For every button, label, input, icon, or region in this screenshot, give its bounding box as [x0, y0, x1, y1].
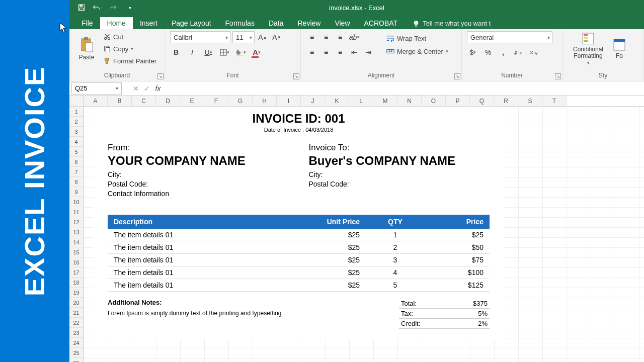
column-header[interactable]: J: [301, 96, 325, 106]
name-box[interactable]: Q25: [71, 82, 122, 95]
table-cell[interactable]: $25: [425, 229, 490, 241]
table-cell[interactable]: $125: [425, 279, 490, 291]
row-header[interactable]: 7: [69, 167, 83, 177]
tab-data[interactable]: Data: [262, 17, 291, 29]
row-header[interactable]: 3: [69, 127, 83, 137]
column-header[interactable]: L: [349, 96, 373, 106]
merge-center-button[interactable]: Merge & Center: [383, 46, 451, 57]
row-header[interactable]: 16: [69, 257, 83, 267]
column-header[interactable]: K: [325, 96, 349, 106]
column-header[interactable]: B: [108, 96, 132, 106]
tab-page-layout[interactable]: Page Layout: [165, 17, 218, 29]
percent-format-button[interactable]: %: [482, 46, 494, 58]
row-header[interactable]: 20: [69, 298, 83, 308]
fill-color-button[interactable]: [234, 46, 247, 58]
column-header[interactable]: G: [228, 96, 253, 106]
table-cell[interactable]: The item details 01: [108, 229, 266, 241]
font-dialog-launcher[interactable]: [293, 73, 299, 79]
row-header[interactable]: 2: [69, 117, 83, 127]
row-header[interactable]: 24: [69, 338, 83, 348]
enter-formula-icon[interactable]: ✓: [141, 84, 152, 93]
tab-file[interactable]: File: [74, 17, 100, 29]
wrap-text-button[interactable]: Wrap Text: [383, 33, 451, 44]
table-cell[interactable]: $25: [266, 266, 366, 279]
increase-decimal-icon[interactable]: .0.00: [512, 46, 524, 58]
row-header[interactable]: 11: [69, 207, 83, 217]
paste-button[interactable]: Paste: [74, 31, 99, 66]
row-header[interactable]: 21: [69, 308, 83, 318]
row-header[interactable]: 23: [69, 328, 83, 338]
row-header[interactable]: 22: [69, 318, 83, 328]
decrease-decimal-icon[interactable]: .00.0: [527, 46, 539, 58]
table-cell[interactable]: The item details 01: [108, 279, 266, 291]
italic-button[interactable]: I: [186, 46, 198, 58]
number-dialog-launcher[interactable]: [555, 73, 561, 79]
align-middle-icon[interactable]: ≡: [320, 31, 332, 43]
row-header[interactable]: 6: [69, 157, 83, 167]
table-cell[interactable]: $25: [266, 229, 366, 241]
tab-acrobat[interactable]: ACROBAT: [357, 17, 405, 29]
customize-qat-icon[interactable]: ▾: [123, 2, 137, 14]
column-header[interactable]: I: [277, 96, 301, 106]
copy-button[interactable]: Copy: [101, 43, 159, 54]
row-header[interactable]: 9: [69, 187, 83, 197]
align-right-icon[interactable]: ≡: [334, 46, 346, 58]
format-painter-button[interactable]: Format Painter: [101, 55, 159, 66]
font-size-select[interactable]: 11: [232, 31, 255, 43]
row-header[interactable]: 25: [69, 348, 83, 358]
font-color-button[interactable]: A: [251, 46, 263, 58]
column-header[interactable]: A: [84, 96, 108, 106]
accounting-format-button[interactable]: $: [467, 46, 479, 58]
increase-font-icon[interactable]: A▲: [257, 31, 269, 43]
bold-button[interactable]: B: [170, 46, 182, 58]
clipboard-dialog-launcher[interactable]: [157, 73, 164, 79]
row-header[interactable]: 4: [69, 137, 83, 147]
column-header[interactable]: T: [542, 96, 567, 106]
comma-format-button[interactable]: ,: [497, 46, 509, 58]
tab-view[interactable]: View: [328, 17, 357, 29]
row-header[interactable]: 26: [69, 358, 83, 362]
align-center-icon[interactable]: ≡: [320, 46, 332, 58]
column-header[interactable]: O: [422, 96, 446, 106]
column-header[interactable]: M: [373, 96, 397, 106]
column-header[interactable]: P: [446, 96, 470, 106]
conditional-formatting-button[interactable]: Conditional Formatting: [568, 31, 609, 66]
increase-indent-icon[interactable]: ⇥: [362, 46, 374, 58]
table-cell[interactable]: The item details 01: [108, 253, 266, 266]
tab-review[interactable]: Review: [291, 17, 328, 29]
fx-icon[interactable]: fx: [152, 84, 164, 93]
row-header[interactable]: 12: [69, 217, 83, 227]
table-cell[interactable]: $75: [425, 253, 490, 266]
row-header[interactable]: 17: [69, 267, 83, 278]
tab-insert[interactable]: Insert: [133, 17, 165, 29]
save-icon[interactable]: [74, 2, 89, 14]
alignment-dialog-launcher[interactable]: [454, 73, 460, 79]
tell-me[interactable]: Tell me what you want t: [410, 18, 494, 29]
row-header[interactable]: 1: [69, 107, 83, 117]
decrease-font-icon[interactable]: A▼: [271, 31, 283, 43]
column-header[interactable]: H: [253, 96, 277, 106]
column-header[interactable]: C: [132, 96, 156, 106]
tab-formulas[interactable]: Formulas: [218, 17, 262, 29]
column-header[interactable]: N: [397, 96, 422, 106]
underline-button[interactable]: U: [202, 46, 214, 58]
borders-button[interactable]: [218, 46, 230, 58]
formula-input[interactable]: [164, 82, 644, 95]
undo-icon[interactable]: [91, 2, 105, 14]
table-cell[interactable]: 3: [366, 253, 425, 266]
table-cell[interactable]: The item details 01: [108, 241, 266, 253]
column-header[interactable]: F: [204, 96, 228, 106]
table-cell[interactable]: 5: [366, 279, 425, 291]
table-cell[interactable]: $25: [266, 279, 366, 291]
decrease-indent-icon[interactable]: ⇤: [348, 46, 360, 58]
row-header[interactable]: 5: [69, 147, 83, 157]
row-header[interactable]: 13: [69, 227, 83, 237]
cancel-formula-icon[interactable]: ✕: [130, 84, 141, 93]
tab-home[interactable]: Home: [100, 17, 133, 29]
row-header[interactable]: 18: [69, 278, 83, 288]
column-header[interactable]: Q: [470, 96, 494, 106]
align-left-icon[interactable]: ≡: [306, 46, 318, 58]
table-cell[interactable]: $25: [266, 253, 366, 266]
table-cell[interactable]: $100: [425, 266, 490, 279]
orientation-icon[interactable]: ab: [348, 31, 360, 43]
